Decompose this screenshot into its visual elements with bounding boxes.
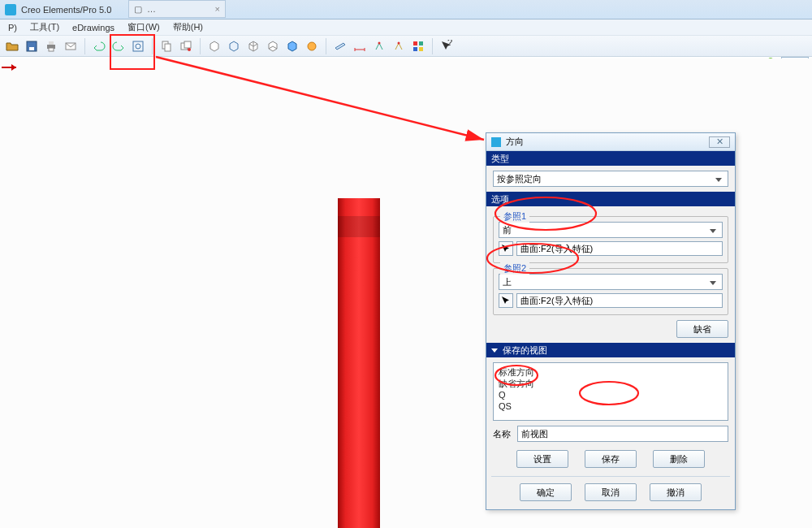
cube4-icon[interactable] [264, 37, 282, 55]
close-icon[interactable]: ✕ [709, 136, 730, 148]
list-item[interactable]: QS [499, 400, 723, 412]
cube-blue-icon[interactable] [283, 37, 301, 55]
dialog-titlebar[interactable]: 方向 ✕ [486, 133, 735, 151]
reference1-group: 参照1 前 曲面:F2(导入特征) [493, 216, 728, 263]
ok-button-label: 确定 [537, 487, 555, 499]
cancel-button[interactable]: 取消 [585, 483, 637, 501]
divider [491, 476, 730, 477]
mail-icon[interactable] [62, 37, 80, 55]
ref2-pick-button[interactable] [499, 293, 513, 308]
svg-text:?: ? [447, 40, 452, 47]
section-options-label: 选项 [491, 193, 509, 206]
saved-views-list[interactable]: 标准方向 缺省方向 Q QS [493, 362, 728, 421]
save-button[interactable]: 保存 [585, 450, 637, 468]
saved-views-header[interactable]: 保存的视图 [486, 343, 735, 357]
snap1-icon[interactable] [370, 37, 388, 55]
menu-item-help[interactable]: 帮助(H) [168, 20, 208, 34]
cursor-icon [501, 296, 511, 305]
open-icon[interactable] [3, 37, 21, 55]
toolbar-separator [84, 38, 85, 54]
svg-rect-6 [133, 41, 143, 51]
default-button[interactable]: 缺省 [676, 320, 728, 338]
ref2-legend: 参照2 [500, 262, 529, 275]
cube2-icon[interactable] [225, 37, 243, 55]
set-button[interactable]: 设置 [516, 450, 568, 468]
delete-button-label: 删除 [670, 453, 688, 465]
ref2-direction-value: 上 [503, 276, 512, 288]
ref2-value-text: 曲面:F2(导入特征) [520, 295, 593, 307]
ref1-direction-value: 前 [503, 224, 512, 236]
save-button-label: 保存 [602, 453, 620, 465]
section-type-header: 类型 [486, 151, 735, 166]
triangle-down-icon [491, 348, 498, 353]
app-title: Creo Elements/Pro 5.0 [21, 5, 111, 15]
set-button-label: 设置 [533, 453, 551, 465]
copy-paste-icon[interactable] [158, 37, 175, 55]
ref2-value-field[interactable]: 曲面:F2(导入特征) [516, 293, 723, 308]
cancel-button-label: 取消 [602, 487, 620, 499]
ref1-value-field[interactable]: 曲面:F2(导入特征) [516, 241, 723, 256]
ref2-direction-dropdown[interactable]: 上 [499, 274, 723, 290]
save-icon[interactable] [23, 37, 41, 55]
menu-item-tools[interactable]: 工具(T) [25, 20, 64, 34]
list-item[interactable]: 缺省方向 [499, 378, 723, 389]
cube3-icon[interactable] [244, 37, 262, 55]
copy-geom-icon[interactable] [177, 37, 195, 55]
name-label: 名称 [493, 428, 511, 440]
type-dropdown[interactable]: 按参照定向 [493, 171, 728, 187]
refit-icon[interactable] [129, 37, 147, 55]
plane-icon[interactable] [331, 37, 349, 55]
dim-icon[interactable] [351, 37, 369, 55]
cube-orange-icon[interactable] [303, 37, 321, 55]
orientation-dialog: 方向 ✕ 类型 按参照定向 选项 参照1 前 曲面:F2(导入特征) 参照2 [486, 132, 736, 510]
svg-rect-18 [413, 47, 417, 51]
menu-item-p[interactable]: P) [3, 22, 22, 33]
ref1-legend: 参照1 [500, 210, 529, 223]
app-icon [5, 4, 16, 15]
reference2-group: 参照2 上 曲面:F2(导入特征) [493, 268, 728, 315]
undo-dialog-button[interactable]: 撤消 [650, 483, 702, 501]
cube1-icon[interactable] [205, 37, 223, 55]
print-icon[interactable] [42, 37, 60, 55]
color-palette-icon[interactable] [409, 37, 427, 55]
svg-point-12 [188, 48, 191, 51]
ref1-pick-button[interactable] [499, 241, 513, 256]
type-value: 按参照定向 [497, 173, 542, 185]
svg-rect-4 [49, 48, 54, 51]
svg-point-14 [378, 41, 381, 44]
help-context-icon[interactable]: ? [438, 37, 456, 55]
toolbar-separator [200, 38, 201, 54]
svg-point-7 [136, 44, 140, 49]
ref1-value-text: 曲面:F2(导入特征) [520, 243, 593, 255]
chevron-down-icon [713, 174, 724, 184]
section-type-label: 类型 [491, 153, 509, 165]
chevron-down-icon [707, 277, 719, 287]
default-button-label: 缺省 [693, 323, 711, 335]
snap2-icon[interactable] [390, 37, 408, 55]
svg-rect-1 [29, 47, 34, 50]
ref1-direction-dropdown[interactable]: 前 [499, 222, 723, 238]
svg-point-15 [398, 41, 400, 44]
undo-dialog-button-label: 撤消 [667, 487, 685, 499]
menubar: P) 工具(T) eDrawings 窗口(W) 帮助(H) [0, 19, 812, 36]
svg-point-13 [308, 42, 316, 50]
tab-label: … [147, 4, 156, 14]
dialog-title: 方向 [506, 136, 524, 148]
cursor-icon [501, 244, 511, 253]
undo-icon[interactable] [90, 37, 108, 55]
model-part [338, 198, 380, 528]
delete-button[interactable]: 删除 [653, 450, 705, 468]
saved-views-label: 保存的视图 [503, 344, 547, 357]
menu-item-window[interactable]: 窗口(W) [123, 20, 165, 34]
name-input[interactable] [517, 426, 728, 442]
toolbar: ? [0, 36, 812, 57]
list-item[interactable]: Q [499, 389, 723, 400]
close-icon[interactable]: × [215, 4, 220, 14]
svg-rect-11 [184, 41, 191, 48]
list-item[interactable]: 标准方向 [499, 366, 723, 378]
redo-icon[interactable] [110, 37, 127, 55]
window-tab[interactable]: ▢ … × [128, 0, 226, 18]
titlebar: Creo Elements/Pro 5.0 [0, 0, 812, 19]
ok-button[interactable]: 确定 [520, 483, 572, 501]
menu-item-edrawings[interactable]: eDrawings [67, 22, 119, 33]
